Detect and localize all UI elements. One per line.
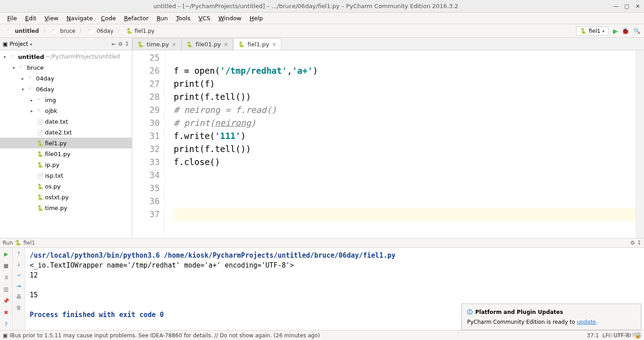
- folder-icon: [88, 28, 95, 34]
- py-icon: [36, 194, 44, 201]
- tree-node[interactable]: file01.py: [0, 148, 132, 159]
- menu-edit[interactable]: Edit: [22, 13, 40, 23]
- cursor-position: 37:1: [587, 332, 599, 339]
- breadcrumb-item[interactable]: 06day: [86, 27, 116, 35]
- editor-tab[interactable]: time.py×: [132, 38, 181, 50]
- close-icon[interactable]: ✕: [634, 3, 641, 10]
- menu-help[interactable]: Help: [246, 13, 267, 23]
- status-left[interactable]: IBus prior to 1.5.11 may cause input pro…: [9, 332, 320, 339]
- menu-view[interactable]: View: [41, 13, 62, 23]
- code-editor[interactable]: 25262728293031323334353637 f = open('/tm…: [132, 50, 644, 238]
- tab-close-icon[interactable]: ×: [272, 41, 276, 48]
- tree-node[interactable]: ▾06day: [0, 84, 132, 94]
- run-icon[interactable]: ▶: [613, 27, 618, 35]
- tree-node[interactable]: date2.txt: [0, 127, 132, 138]
- code-content[interactable]: f = open('/tmp/redhat','a+')print(f)prin…: [165, 50, 636, 238]
- editor-area: time.py×file01.py×fiel1.py× 252627282930…: [132, 38, 644, 238]
- python-icon: [580, 28, 587, 34]
- rerun-icon[interactable]: ▶: [3, 251, 10, 258]
- tree-node[interactable]: os.py: [0, 181, 132, 192]
- tree-node[interactable]: ▸04day: [0, 73, 132, 84]
- lock-icon[interactable]: 🔓: [635, 332, 641, 339]
- menu-tools[interactable]: Tools: [172, 13, 194, 23]
- tree-node[interactable]: ▾bruce: [0, 62, 132, 73]
- tree-project-root[interactable]: ▾ untitled ~/PycharmProjects/untitled: [0, 51, 132, 62]
- update-link[interactable]: update: [577, 319, 596, 325]
- status-hint-icon: ▣: [3, 332, 8, 339]
- tree-node[interactable]: ip.py: [0, 159, 132, 170]
- py-icon: [36, 151, 44, 157]
- close-run-icon[interactable]: ✖: [3, 309, 10, 316]
- python-icon: [15, 240, 22, 246]
- hide-icon[interactable]: ↧: [125, 41, 129, 47]
- chevron-down-icon[interactable]: [30, 41, 32, 47]
- txt-icon: [36, 129, 44, 136]
- pause-icon[interactable]: ⏸: [3, 274, 10, 281]
- notification-body-suffix: .: [596, 319, 598, 325]
- menu-code[interactable]: Code: [97, 13, 119, 23]
- layout-icon[interactable]: ▥: [3, 286, 10, 293]
- tool-config: fiel1: [23, 240, 35, 246]
- tree-node-label: 06day: [36, 86, 54, 93]
- tree-node[interactable]: ▸img: [0, 94, 132, 105]
- notification-title: Platform and Plugin Updates: [475, 309, 563, 315]
- tree-node[interactable]: time.py: [0, 202, 132, 213]
- line-separator[interactable]: LF⁞: [603, 332, 610, 339]
- tree-node[interactable]: ▸ojbk: [0, 105, 132, 116]
- print-icon[interactable]: 🖶: [16, 294, 22, 300]
- breadcrumb-item[interactable]: untitled: [4, 27, 42, 35]
- gear-icon[interactable]: [118, 41, 123, 47]
- soft-wrap-icon[interactable]: ⤶: [17, 272, 21, 278]
- editor-tab[interactable]: fiel1.py×: [233, 38, 281, 50]
- breadcrumb-item[interactable]: bruce: [49, 27, 78, 35]
- tab-close-icon[interactable]: ×: [224, 41, 228, 48]
- minimize-icon[interactable]: —: [612, 3, 620, 10]
- menu-navigate[interactable]: Navigate: [63, 13, 96, 23]
- project-sidebar: ▣ Project ⇤ ↧ ▾ untitled ~/PycharmProjec…: [0, 38, 132, 238]
- tree-node-label: bruce: [27, 64, 44, 71]
- maximize-icon[interactable]: ▢: [623, 3, 630, 10]
- info-icon: ⓘ: [467, 309, 473, 315]
- hide-tool-icon[interactable]: ↧: [637, 240, 641, 246]
- chevron-right-icon: 〉: [78, 27, 86, 35]
- trash-icon[interactable]: 🗑: [16, 304, 22, 311]
- gear-icon[interactable]: [630, 240, 635, 246]
- collapse-icon[interactable]: ⇤: [112, 41, 116, 47]
- tree-node-label: isp.txt: [45, 172, 63, 179]
- help-icon[interactable]: ?: [3, 321, 10, 328]
- folder-icon: [9, 54, 17, 60]
- tab-close-icon[interactable]: ×: [171, 41, 176, 48]
- search-icon[interactable]: 🔍: [634, 28, 640, 34]
- run-config-label: fiel1: [589, 28, 600, 34]
- titlebar: untitled – [~/PychamProjects/untitled] –…: [0, 0, 644, 13]
- chevron-right-icon: 〉: [116, 27, 123, 35]
- breadcrumb-item[interactable]: fiel1.py: [123, 27, 157, 35]
- folder-icon: [18, 64, 26, 71]
- tree-node[interactable]: fiel1.py: [0, 138, 132, 148]
- up-icon[interactable]: ↑: [16, 251, 21, 257]
- menu-run[interactable]: Run: [153, 13, 171, 23]
- menu-vcs[interactable]: VCS: [195, 13, 214, 23]
- debug-icon[interactable]: 🐞: [621, 27, 629, 35]
- run-controls-col1: ▶ ■ ⏸ ▥ 📌 ✖ ?: [0, 248, 13, 332]
- stop-icon[interactable]: ■: [3, 262, 10, 269]
- pin-icon[interactable]: 📌: [3, 297, 10, 304]
- encoding[interactable]: UTF-8⁞: [614, 332, 631, 339]
- tree-node-label: date2.txt: [45, 129, 72, 136]
- tree-node-label: ip.py: [45, 161, 59, 168]
- tree-node-label: file01.py: [45, 151, 70, 157]
- down-icon[interactable]: ↓: [16, 261, 21, 268]
- menu-window[interactable]: Window: [215, 13, 245, 23]
- menu-refactor[interactable]: Refactor: [120, 13, 152, 23]
- project-tree[interactable]: ▾ untitled ~/PycharmProjects/untitled ▾b…: [0, 50, 132, 238]
- tree-node[interactable]: ostxt.py: [0, 192, 132, 202]
- tree-node[interactable]: date.txt: [0, 116, 132, 127]
- project-tool-icon: ▣: [3, 41, 8, 47]
- editor-tab[interactable]: file01.py×: [181, 38, 233, 50]
- tree-node[interactable]: isp.txt: [0, 170, 132, 181]
- menu-file[interactable]: File: [4, 13, 21, 23]
- run-config-selector[interactable]: fiel1: [576, 27, 608, 36]
- folder-icon: [36, 107, 44, 114]
- scroll-end-icon[interactable]: ⇥: [16, 283, 21, 289]
- tool-label: Run: [3, 240, 13, 246]
